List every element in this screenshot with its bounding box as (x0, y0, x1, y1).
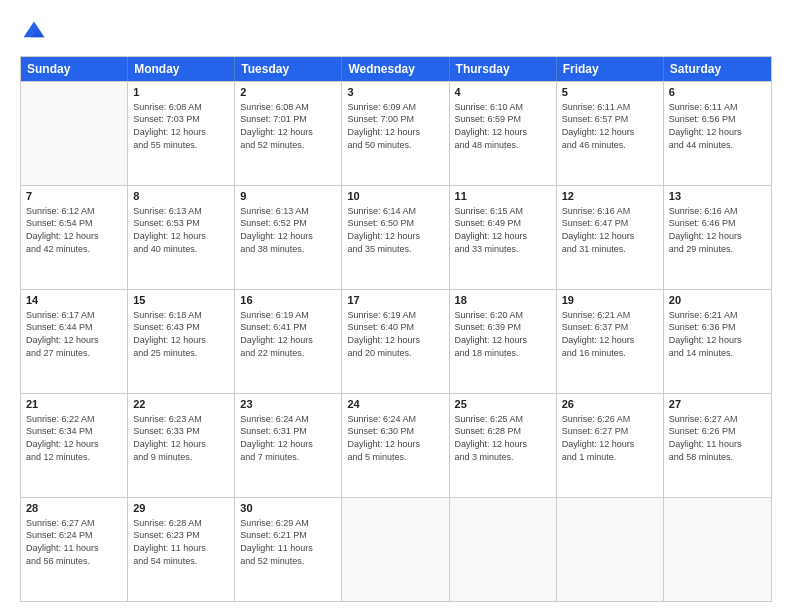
weekday-header-sunday: Sunday (21, 57, 128, 81)
day-info: Sunrise: 6:11 AM Sunset: 6:57 PM Dayligh… (562, 101, 658, 151)
day-number: 12 (562, 189, 658, 204)
day-number: 13 (669, 189, 766, 204)
day-info: Sunrise: 6:27 AM Sunset: 6:24 PM Dayligh… (26, 517, 122, 567)
weekday-header-monday: Monday (128, 57, 235, 81)
calendar-day-30: 30Sunrise: 6:29 AM Sunset: 6:21 PM Dayli… (235, 498, 342, 601)
calendar-day-24: 24Sunrise: 6:24 AM Sunset: 6:30 PM Dayli… (342, 394, 449, 497)
day-info: Sunrise: 6:08 AM Sunset: 7:01 PM Dayligh… (240, 101, 336, 151)
day-info: Sunrise: 6:24 AM Sunset: 6:31 PM Dayligh… (240, 413, 336, 463)
day-number: 2 (240, 85, 336, 100)
calendar-row-4: 21Sunrise: 6:22 AM Sunset: 6:34 PM Dayli… (21, 393, 771, 497)
day-info: Sunrise: 6:14 AM Sunset: 6:50 PM Dayligh… (347, 205, 443, 255)
day-info: Sunrise: 6:12 AM Sunset: 6:54 PM Dayligh… (26, 205, 122, 255)
calendar-empty-cell (557, 498, 664, 601)
calendar-day-27: 27Sunrise: 6:27 AM Sunset: 6:26 PM Dayli… (664, 394, 771, 497)
day-number: 14 (26, 293, 122, 308)
calendar-day-16: 16Sunrise: 6:19 AM Sunset: 6:41 PM Dayli… (235, 290, 342, 393)
calendar-day-7: 7Sunrise: 6:12 AM Sunset: 6:54 PM Daylig… (21, 186, 128, 289)
day-number: 5 (562, 85, 658, 100)
weekday-header-saturday: Saturday (664, 57, 771, 81)
day-number: 30 (240, 501, 336, 516)
logo (20, 18, 52, 46)
calendar-day-5: 5Sunrise: 6:11 AM Sunset: 6:57 PM Daylig… (557, 82, 664, 185)
day-info: Sunrise: 6:23 AM Sunset: 6:33 PM Dayligh… (133, 413, 229, 463)
page: SundayMondayTuesdayWednesdayThursdayFrid… (0, 0, 792, 612)
day-number: 4 (455, 85, 551, 100)
day-info: Sunrise: 6:16 AM Sunset: 6:46 PM Dayligh… (669, 205, 766, 255)
day-info: Sunrise: 6:13 AM Sunset: 6:52 PM Dayligh… (240, 205, 336, 255)
day-info: Sunrise: 6:16 AM Sunset: 6:47 PM Dayligh… (562, 205, 658, 255)
day-info: Sunrise: 6:19 AM Sunset: 6:41 PM Dayligh… (240, 309, 336, 359)
calendar-empty-cell (450, 498, 557, 601)
calendar-day-13: 13Sunrise: 6:16 AM Sunset: 6:46 PM Dayli… (664, 186, 771, 289)
day-info: Sunrise: 6:21 AM Sunset: 6:37 PM Dayligh… (562, 309, 658, 359)
header (20, 18, 772, 46)
day-number: 15 (133, 293, 229, 308)
day-info: Sunrise: 6:22 AM Sunset: 6:34 PM Dayligh… (26, 413, 122, 463)
day-number: 29 (133, 501, 229, 516)
day-number: 19 (562, 293, 658, 308)
calendar-day-8: 8Sunrise: 6:13 AM Sunset: 6:53 PM Daylig… (128, 186, 235, 289)
day-info: Sunrise: 6:17 AM Sunset: 6:44 PM Dayligh… (26, 309, 122, 359)
day-number: 25 (455, 397, 551, 412)
day-info: Sunrise: 6:18 AM Sunset: 6:43 PM Dayligh… (133, 309, 229, 359)
weekday-header-wednesday: Wednesday (342, 57, 449, 81)
calendar-row-2: 7Sunrise: 6:12 AM Sunset: 6:54 PM Daylig… (21, 185, 771, 289)
weekday-header-friday: Friday (557, 57, 664, 81)
calendar-day-22: 22Sunrise: 6:23 AM Sunset: 6:33 PM Dayli… (128, 394, 235, 497)
day-info: Sunrise: 6:26 AM Sunset: 6:27 PM Dayligh… (562, 413, 658, 463)
day-number: 11 (455, 189, 551, 204)
day-number: 27 (669, 397, 766, 412)
weekday-header-tuesday: Tuesday (235, 57, 342, 81)
calendar-day-20: 20Sunrise: 6:21 AM Sunset: 6:36 PM Dayli… (664, 290, 771, 393)
calendar-day-12: 12Sunrise: 6:16 AM Sunset: 6:47 PM Dayli… (557, 186, 664, 289)
day-number: 20 (669, 293, 766, 308)
day-info: Sunrise: 6:27 AM Sunset: 6:26 PM Dayligh… (669, 413, 766, 463)
calendar-day-29: 29Sunrise: 6:28 AM Sunset: 6:23 PM Dayli… (128, 498, 235, 601)
day-number: 8 (133, 189, 229, 204)
day-number: 3 (347, 85, 443, 100)
calendar-body: 1Sunrise: 6:08 AM Sunset: 7:03 PM Daylig… (21, 81, 771, 601)
calendar-day-3: 3Sunrise: 6:09 AM Sunset: 7:00 PM Daylig… (342, 82, 449, 185)
day-info: Sunrise: 6:21 AM Sunset: 6:36 PM Dayligh… (669, 309, 766, 359)
day-info: Sunrise: 6:19 AM Sunset: 6:40 PM Dayligh… (347, 309, 443, 359)
calendar-empty-cell (342, 498, 449, 601)
calendar-day-26: 26Sunrise: 6:26 AM Sunset: 6:27 PM Dayli… (557, 394, 664, 497)
day-number: 1 (133, 85, 229, 100)
calendar-header: SundayMondayTuesdayWednesdayThursdayFrid… (21, 57, 771, 81)
day-info: Sunrise: 6:24 AM Sunset: 6:30 PM Dayligh… (347, 413, 443, 463)
calendar-day-11: 11Sunrise: 6:15 AM Sunset: 6:49 PM Dayli… (450, 186, 557, 289)
calendar-empty-cell (21, 82, 128, 185)
day-number: 17 (347, 293, 443, 308)
weekday-header-thursday: Thursday (450, 57, 557, 81)
day-number: 9 (240, 189, 336, 204)
day-info: Sunrise: 6:08 AM Sunset: 7:03 PM Dayligh… (133, 101, 229, 151)
day-number: 23 (240, 397, 336, 412)
calendar-day-15: 15Sunrise: 6:18 AM Sunset: 6:43 PM Dayli… (128, 290, 235, 393)
calendar-day-18: 18Sunrise: 6:20 AM Sunset: 6:39 PM Dayli… (450, 290, 557, 393)
day-number: 22 (133, 397, 229, 412)
day-info: Sunrise: 6:13 AM Sunset: 6:53 PM Dayligh… (133, 205, 229, 255)
calendar-empty-cell (664, 498, 771, 601)
calendar-day-28: 28Sunrise: 6:27 AM Sunset: 6:24 PM Dayli… (21, 498, 128, 601)
day-info: Sunrise: 6:09 AM Sunset: 7:00 PM Dayligh… (347, 101, 443, 151)
logo-icon (20, 18, 48, 46)
calendar: SundayMondayTuesdayWednesdayThursdayFrid… (20, 56, 772, 602)
calendar-row-1: 1Sunrise: 6:08 AM Sunset: 7:03 PM Daylig… (21, 81, 771, 185)
calendar-day-19: 19Sunrise: 6:21 AM Sunset: 6:37 PM Dayli… (557, 290, 664, 393)
calendar-day-4: 4Sunrise: 6:10 AM Sunset: 6:59 PM Daylig… (450, 82, 557, 185)
calendar-day-17: 17Sunrise: 6:19 AM Sunset: 6:40 PM Dayli… (342, 290, 449, 393)
day-number: 18 (455, 293, 551, 308)
day-number: 28 (26, 501, 122, 516)
calendar-day-10: 10Sunrise: 6:14 AM Sunset: 6:50 PM Dayli… (342, 186, 449, 289)
calendar-day-25: 25Sunrise: 6:25 AM Sunset: 6:28 PM Dayli… (450, 394, 557, 497)
calendar-day-21: 21Sunrise: 6:22 AM Sunset: 6:34 PM Dayli… (21, 394, 128, 497)
day-number: 7 (26, 189, 122, 204)
calendar-day-23: 23Sunrise: 6:24 AM Sunset: 6:31 PM Dayli… (235, 394, 342, 497)
day-number: 10 (347, 189, 443, 204)
day-info: Sunrise: 6:15 AM Sunset: 6:49 PM Dayligh… (455, 205, 551, 255)
day-number: 24 (347, 397, 443, 412)
calendar-day-6: 6Sunrise: 6:11 AM Sunset: 6:56 PM Daylig… (664, 82, 771, 185)
calendar-day-1: 1Sunrise: 6:08 AM Sunset: 7:03 PM Daylig… (128, 82, 235, 185)
day-number: 6 (669, 85, 766, 100)
